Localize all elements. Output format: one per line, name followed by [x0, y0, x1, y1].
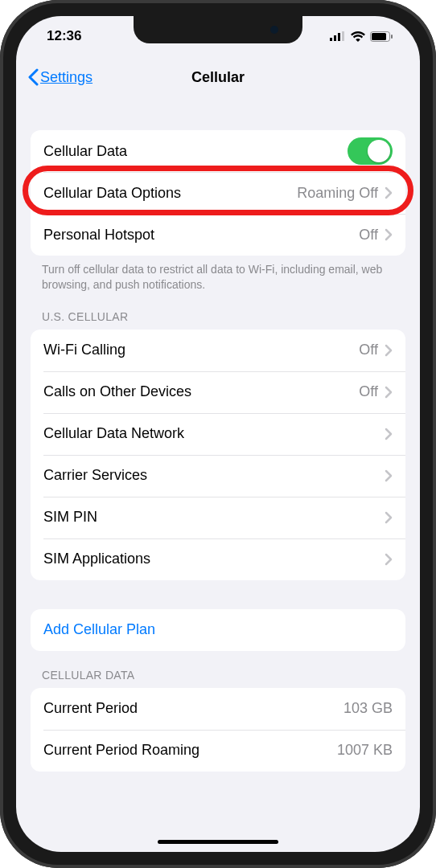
row-value: 103 GB [343, 700, 393, 717]
chevron-right-icon [385, 186, 393, 199]
group-footer: Turn off cellular data to restrict all d… [16, 256, 420, 293]
home-indicator[interactable] [158, 840, 278, 844]
cellular-signal-icon [330, 31, 346, 41]
status-time: 12:36 [47, 28, 81, 44]
row-label: Cellular Data Network [43, 425, 385, 442]
row-personal-hotspot[interactable]: Personal Hotspot Off [31, 214, 405, 256]
row-value: Off [359, 383, 378, 400]
group-header: CELLULAR DATA [16, 651, 420, 688]
group-add-plan: Add Cellular Plan [31, 609, 405, 651]
back-label: Settings [40, 69, 93, 86]
row-current-period[interactable]: Current Period 103 GB [31, 688, 405, 730]
svg-rect-3 [342, 31, 344, 41]
wifi-icon [351, 31, 365, 42]
row-label: Current Period [43, 700, 343, 717]
navigation-bar: Settings Cellular [16, 56, 420, 98]
back-button[interactable]: Settings [27, 68, 93, 86]
row-label: Current Period Roaming [43, 742, 337, 759]
row-label: Carrier Services [43, 467, 385, 484]
battery-icon [370, 31, 393, 42]
chevron-right-icon [385, 228, 393, 241]
notch [134, 16, 302, 43]
group-carrier: Wi-Fi Calling Off Calls on Other Devices… [31, 330, 405, 580]
group-usage: Current Period 103 GB Current Period Roa… [31, 688, 405, 772]
row-label: Cellular Data Options [43, 185, 297, 202]
svg-rect-1 [334, 35, 336, 41]
svg-rect-0 [330, 38, 332, 41]
group-cellular-main: Cellular Data Cellular Data Options Roam… [31, 130, 405, 256]
row-cellular-data-options[interactable]: Cellular Data Options Roaming Off [31, 172, 405, 214]
cellular-data-toggle[interactable] [348, 137, 393, 165]
row-carrier-services[interactable]: Carrier Services [31, 455, 405, 497]
status-icons [330, 31, 393, 42]
row-calls-other-devices[interactable]: Calls on Other Devices Off [31, 371, 405, 413]
content-scroll[interactable]: Cellular Data Cellular Data Options Roam… [16, 98, 420, 852]
row-sim-pin[interactable]: SIM PIN [31, 497, 405, 538]
screen: 12:36 Settings Cellular [16, 16, 420, 852]
chevron-right-icon [385, 386, 393, 399]
chevron-right-icon [385, 553, 393, 566]
row-value: 1007 KB [337, 742, 393, 759]
row-label: Add Cellular Plan [43, 621, 393, 638]
row-label: Personal Hotspot [43, 227, 359, 244]
group-header: U.S. CELLULAR [16, 293, 420, 330]
row-label: Cellular Data [43, 143, 348, 160]
row-cellular-data[interactable]: Cellular Data [31, 130, 405, 172]
row-value: Roaming Off [297, 185, 378, 202]
row-value: Off [359, 342, 378, 358]
row-current-period-roaming[interactable]: Current Period Roaming 1007 KB [31, 730, 405, 772]
chevron-right-icon [385, 469, 393, 482]
row-label: Wi-Fi Calling [43, 342, 359, 358]
front-camera-icon [270, 26, 278, 34]
row-cellular-data-network[interactable]: Cellular Data Network [31, 413, 405, 455]
row-add-cellular-plan[interactable]: Add Cellular Plan [31, 609, 405, 651]
page-title: Cellular [191, 69, 245, 86]
svg-rect-2 [338, 33, 340, 41]
chevron-right-icon [385, 344, 393, 357]
chevron-left-icon [27, 68, 39, 86]
phone-frame: 12:36 Settings Cellular [0, 0, 436, 868]
row-label: Calls on Other Devices [43, 383, 359, 400]
row-label: SIM PIN [43, 509, 385, 526]
svg-rect-6 [391, 35, 393, 39]
row-sim-applications[interactable]: SIM Applications [31, 538, 405, 580]
svg-rect-5 [372, 33, 386, 40]
row-label: SIM Applications [43, 551, 385, 567]
row-wifi-calling[interactable]: Wi-Fi Calling Off [31, 330, 405, 371]
row-value: Off [359, 227, 378, 244]
chevron-right-icon [385, 428, 393, 440]
chevron-right-icon [385, 511, 393, 524]
